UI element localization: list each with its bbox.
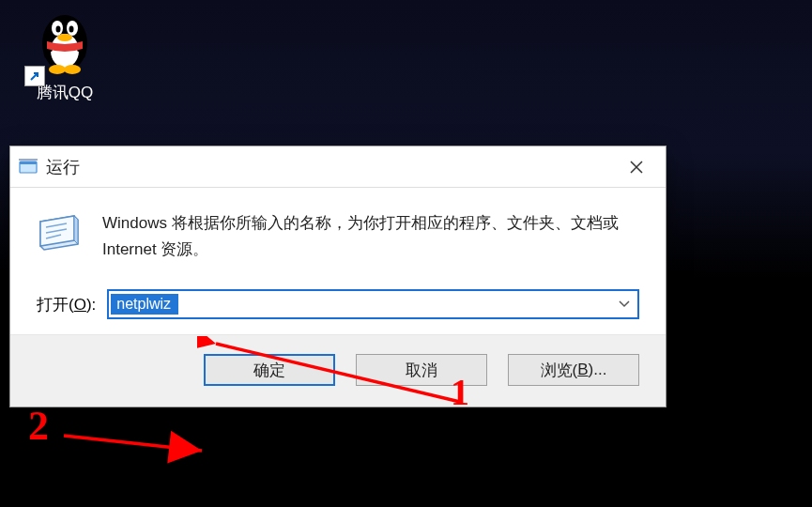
chevron-down-icon bbox=[619, 298, 630, 311]
dialog-button-bar: 确定 取消 浏览(B)... bbox=[10, 334, 666, 407]
titlebar[interactable]: 运行 bbox=[10, 146, 666, 188]
close-button[interactable] bbox=[615, 146, 658, 188]
qq-penguin-icon bbox=[32, 6, 98, 75]
svg-point-4 bbox=[56, 26, 61, 33]
dialog-message: Windows 将根据你所输入的名称，为你打开相应的程序、文件夹、文档或 Int… bbox=[102, 210, 639, 263]
open-input-value: netplwiz bbox=[111, 294, 178, 315]
run-dialog-title-icon bbox=[18, 157, 38, 177]
svg-rect-10 bbox=[20, 161, 37, 164]
ok-button[interactable]: 确定 bbox=[204, 354, 335, 386]
open-label: 打开(O): bbox=[37, 294, 96, 315]
run-dialog: 运行 Windows 将根据你所输入的名称，为你打开相应的程序、文件夹、文档或 … bbox=[9, 146, 666, 407]
shortcut-overlay-icon bbox=[24, 66, 45, 86]
svg-point-6 bbox=[57, 34, 72, 41]
cancel-button[interactable]: 取消 bbox=[356, 354, 487, 386]
open-combobox[interactable]: netplwiz bbox=[107, 289, 639, 319]
svg-point-5 bbox=[69, 26, 74, 33]
desktop-shortcut-qq[interactable]: 腾讯QQ bbox=[23, 6, 107, 103]
run-icon bbox=[37, 214, 82, 254]
dialog-title: 运行 bbox=[46, 156, 615, 178]
close-icon bbox=[630, 161, 643, 174]
browse-button[interactable]: 浏览(B)... bbox=[508, 354, 639, 386]
svg-point-8 bbox=[64, 65, 81, 74]
svg-point-7 bbox=[49, 65, 66, 74]
